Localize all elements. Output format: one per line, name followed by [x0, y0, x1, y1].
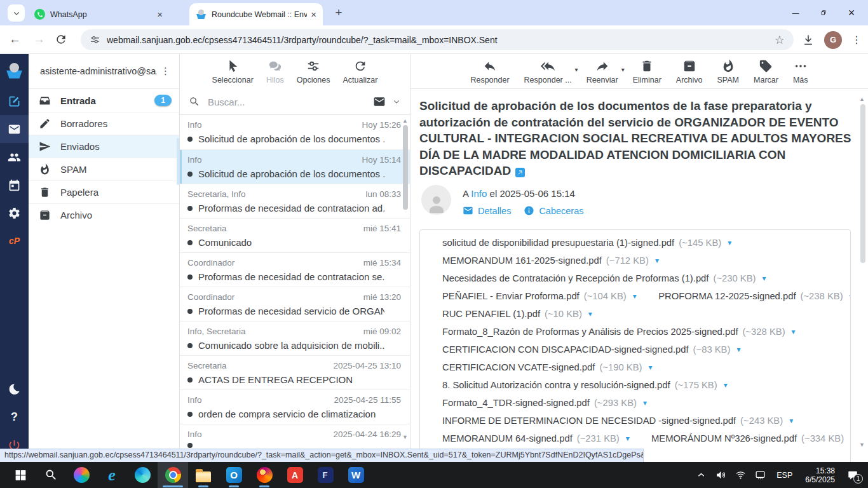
attachment-item[interactable]: 8. Solicitud Autorización contra y resol… [428, 380, 728, 390]
attachment-item[interactable]: Necesidades de Contratación y Recepción … [428, 273, 766, 283]
message-row[interactable]: Coordinador mié 15:34 Proformas de neces… [180, 252, 410, 287]
attachment-item[interactable]: PROFORMA 12-2025-signed.pdf (~238 KB) ▾ [644, 291, 843, 301]
button-responder[interactable]: ▾ Responder [468, 59, 512, 88]
details-button[interactable]: Detalles [463, 205, 511, 216]
reload-button[interactable] [55, 33, 67, 46]
rail-item-help[interactable]: ? [0, 403, 29, 431]
taskbar-app-edge[interactable] [127, 462, 158, 488]
attachment-menu-caret-icon[interactable]: ▾ [763, 274, 766, 283]
tray-chevron-up-icon[interactable] [693, 466, 710, 484]
attachment-name[interactable]: MEMORANDUM 64-signed.pdf [442, 433, 573, 444]
button-borradores[interactable]: Borradores [29, 112, 179, 135]
attachment-name[interactable]: RUC PENAFIEL (1).pdf [442, 309, 540, 319]
rail-item-cpanel[interactable]: cP [0, 227, 29, 255]
list-scrollbar[interactable] [403, 125, 408, 210]
attachment-name[interactable]: MEMORÁNDUM Nº326-signed.pdf [651, 433, 797, 444]
taskbar-app-f-app[interactable]: F [310, 462, 341, 488]
search-scope-envelope-icon[interactable] [373, 95, 386, 108]
button-eliminar[interactable]: ▾ Eliminar [630, 59, 664, 88]
headers-button[interactable]: Cabeceras [524, 205, 583, 216]
button-enviados[interactable]: Enviados [29, 135, 179, 158]
message-scroll-down-icon[interactable]: ▼ [859, 442, 865, 448]
wifi-icon[interactable] [732, 466, 749, 484]
site-settings-icon[interactable] [90, 34, 100, 45]
button-archivo[interactable]: ▾ Archivo [674, 59, 705, 88]
attachment-item[interactable]: CERTIFICACION CON DISCAPACIDAD-signed-si… [428, 344, 740, 355]
attachment-item[interactable]: Formato_4_TDR-signed-signed.pdf (~293 KB… [428, 398, 647, 408]
message-scrollbar[interactable] [860, 104, 865, 263]
workspace-icon[interactable] [752, 466, 769, 484]
browser-menu-icon[interactable]: ⋮ [851, 34, 862, 46]
attachment-name[interactable]: CERTIFICACION CON DISCAPACIDAD-signed-si… [442, 344, 689, 355]
attachment-menu-caret-icon[interactable]: ▾ [850, 434, 851, 443]
button-responder[interactable]: ▾ Responder ... [522, 59, 574, 88]
attachment-menu-caret-icon[interactable]: ▾ [655, 256, 659, 265]
message-row[interactable]: Info Hoy 15:14 Solicitud de aprobación d… [180, 149, 410, 184]
attachment-menu-caret-icon[interactable]: ▾ [792, 327, 796, 336]
attachment-item[interactable]: CERTIFICACION VCATE-signed.pdf (~190 KB)… [428, 362, 652, 372]
button-marcar[interactable]: ▾ Marcar [751, 59, 781, 88]
attachment-name[interactable]: Formato_4_TDR-signed-signed.pdf [442, 398, 590, 408]
account-menu-icon[interactable]: ⋮ [157, 65, 174, 77]
tab-close-icon[interactable]: × [311, 10, 316, 19]
button-opciones[interactable]: ▾ Opciones [294, 59, 333, 89]
message-row[interactable]: Info Hoy 15:26 Solicitud de aprobación d… [180, 115, 410, 149]
attachment-item[interactable]: MEMORÁNDUM Nº326-signed.pdf (~334 KB) ▾ [637, 433, 843, 444]
attachment-item[interactable]: MEMORANDUM 161-2025-signed.pdf (~712 KB)… [428, 255, 659, 266]
message-row[interactable]: Info 2025-04-25 11:55 orden de compra se… [180, 390, 410, 424]
restore-button[interactable] [810, 0, 837, 25]
browser-tab-whatsapp[interactable]: WhatsApp × [28, 3, 169, 25]
close-button[interactable]: × [837, 0, 865, 25]
button-actualizar[interactable]: ▾ Actualizar [341, 59, 381, 89]
rail-item-compose[interactable] [0, 87, 29, 115]
address-bar[interactable]: webmail.sanjuan.gob.ec/cpsess4713464511/… [81, 29, 794, 50]
message-row[interactable]: Secretaria 2025-04-25 13:10 ACTAS DE ENT… [180, 355, 410, 390]
forward-button[interactable]: → [33, 32, 45, 46]
button-m-s[interactable]: ▾ Más [790, 59, 811, 88]
attachment-menu-caret-icon[interactable]: ▾ [648, 363, 652, 372]
button-spam[interactable]: ▾ SPAM [715, 59, 742, 88]
taskbar-app-start[interactable] [5, 462, 36, 488]
attachment-name[interactable]: PEÑAFIEL - Enviar Proforma.pdf [442, 291, 580, 301]
button-hilos[interactable]: ▾ Hilos [264, 59, 287, 89]
attachment-name[interactable]: INFORME DE DETERMINACION DE NECESIDAD -s… [442, 416, 736, 426]
taskbar-app-file-explorer[interactable] [188, 462, 219, 488]
language-indicator[interactable]: ESP [771, 471, 797, 480]
back-button[interactable]: ← [9, 32, 21, 46]
open-in-new-window-icon[interactable] [515, 168, 525, 177]
attachment-menu-caret-icon[interactable]: ▾ [626, 434, 630, 443]
tab-close-icon[interactable]: × [157, 10, 163, 19]
attachment-menu-caret-icon[interactable]: ▾ [588, 309, 592, 318]
taskbar-app-copilot[interactable] [66, 462, 97, 488]
folder-scrollbar[interactable] [177, 138, 179, 185]
recipient-link[interactable]: Info [471, 188, 487, 199]
attachment-item[interactable]: RUC PENAFIEL (1).pdf (~10 KB) ▾ [428, 309, 592, 319]
profile-avatar[interactable]: G [824, 31, 842, 49]
attachment-menu-caret-icon[interactable]: ▾ [789, 416, 793, 425]
taskbar-app-word[interactable]: W [341, 462, 371, 488]
attachment-name[interactable]: solicitud de disponibilidad presupuestar… [442, 238, 674, 248]
list-scroll-down-icon[interactable]: ▼ [402, 434, 408, 440]
rail-item-mail[interactable] [0, 115, 29, 143]
rail-item-gear[interactable] [0, 199, 29, 227]
attachment-menu-caret-icon[interactable]: ▾ [633, 292, 637, 301]
attachment-name[interactable]: PROFORMA 12-2025-signed.pdf [658, 291, 796, 301]
search-input[interactable] [207, 96, 367, 108]
taskbar-app-internet-explorer[interactable]: e [97, 462, 127, 488]
volume-icon[interactable] [712, 466, 729, 484]
bookmark-star-icon[interactable]: ☆ [775, 33, 785, 47]
attachment-item[interactable]: MEMORANDUM 64-signed.pdf (~231 KB) ▾ [428, 433, 619, 444]
browser-tab-roundcube[interactable]: Roundcube Webmail :: Enviados × [189, 3, 323, 25]
message-row[interactable]: Coordinador mié 13:20 Proformas de neces… [180, 287, 410, 321]
attachment-menu-caret-icon[interactable]: ▾ [643, 398, 647, 407]
attachment-menu-caret-icon[interactable]: ▾ [728, 238, 731, 247]
attachment-name[interactable]: Formato_8_Razón de Proformas y Análisis … [442, 327, 738, 337]
taskbar-app-search[interactable] [36, 462, 66, 488]
attachment-name[interactable]: MEMORANDUM 161-2025-signed.pdf [442, 255, 602, 266]
url-text[interactable]: webmail.sanjuan.gob.ec/cpsess4713464511/… [107, 35, 770, 45]
new-tab-button[interactable]: + [331, 5, 346, 20]
dropdown-caret-icon[interactable]: ▾ [621, 66, 625, 73]
button-spam[interactable]: SPAM [29, 158, 179, 180]
downloads-icon[interactable] [802, 34, 815, 46]
message-scroll-up-icon[interactable]: ▲ [859, 96, 865, 102]
